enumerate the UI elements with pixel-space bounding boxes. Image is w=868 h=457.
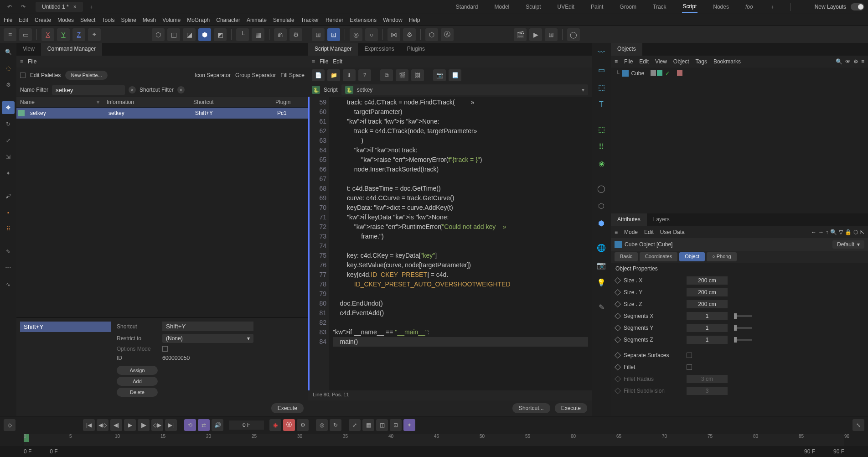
menu-help[interactable]: Help: [409, 17, 420, 23]
key-scale-icon[interactable]: ⤢: [349, 419, 361, 431]
spline-icon[interactable]: ∿: [2, 278, 15, 291]
shape-solid-icon[interactable]: ◪: [183, 28, 196, 41]
cube-iso-icon[interactable]: ⬡: [594, 199, 608, 213]
objects-object-menu[interactable]: Object: [673, 58, 689, 65]
clear-name-filter-icon[interactable]: ×: [129, 86, 136, 93]
key-diamond[interactable]: [615, 364, 621, 370]
script-edit-menu[interactable]: Edit: [333, 58, 342, 65]
undo-icon[interactable]: ↶: [4, 1, 16, 13]
shape-cube-icon[interactable]: ◫: [167, 28, 180, 41]
menu-extensions[interactable]: Extensions: [350, 17, 377, 23]
prop-slider[interactable]: [734, 315, 752, 317]
circle-dashed-icon[interactable]: ◌: [2, 62, 15, 75]
autokey-icon[interactable]: Ⓐ: [283, 419, 295, 431]
play-icon[interactable]: ▶: [124, 419, 136, 431]
key-diamond[interactable]: [615, 301, 621, 307]
script-menu-icon[interactable]: ≡: [312, 58, 315, 65]
prop-slider[interactable]: [734, 327, 752, 329]
save-script-icon[interactable]: ⬇: [343, 69, 356, 81]
key-diamond[interactable]: [615, 289, 621, 296]
attr-filter-icon[interactable]: ▽: [839, 229, 843, 235]
timeline-ruler[interactable]: 051015202530354045505560657075808590: [24, 434, 844, 447]
record-icon[interactable]: ◉: [269, 419, 281, 431]
hex-outline-icon[interactable]: ⬡: [425, 28, 438, 41]
attr-hex-icon[interactable]: ⬡: [853, 229, 858, 235]
camera-icon[interactable]: 📷: [433, 69, 446, 81]
range-in[interactable]: 0 F: [24, 448, 31, 455]
scale-tool-icon[interactable]: ⤢: [2, 134, 15, 147]
layout-tab-paint[interactable]: Paint: [590, 1, 604, 13]
range-in2[interactable]: 0 F: [50, 448, 57, 455]
prop-value[interactable]: 200 cm: [687, 288, 728, 296]
tab-layers[interactable]: Layers: [647, 213, 676, 226]
key-pos-icon[interactable]: ◎: [316, 419, 328, 431]
menu-edit[interactable]: Edit: [19, 17, 28, 23]
help-icon[interactable]: ?: [358, 69, 371, 81]
phong-tag-icon[interactable]: [677, 70, 682, 76]
prop-value[interactable]: 200 cm: [687, 300, 728, 308]
layout-tab-sculpt[interactable]: Sculpt: [525, 1, 542, 13]
hex-a-icon[interactable]: Ⓐ: [441, 28, 454, 41]
tab-script-manager[interactable]: Script Manager: [308, 43, 358, 56]
range-out2[interactable]: 90 F: [833, 448, 844, 455]
hamburger-icon[interactable]: ≡: [4, 28, 16, 41]
new-palette-button[interactable]: New Palette...: [65, 71, 107, 80]
add-button[interactable]: Add: [117, 377, 158, 386]
layout-icon[interactable]: ▭: [19, 28, 32, 41]
text-tool-icon[interactable]: T: [594, 98, 608, 111]
move-tool-icon[interactable]: ✥: [2, 101, 15, 114]
menu-mograph[interactable]: MoGraph: [187, 17, 210, 23]
next-key-icon[interactable]: ◇▶: [151, 419, 163, 431]
add-tab-icon[interactable]: ＋: [88, 3, 94, 11]
axis-z-icon[interactable]: Z: [72, 28, 85, 41]
prop-value[interactable]: 1: [687, 336, 728, 344]
node-icon[interactable]: ⬢: [594, 216, 608, 230]
clapper-small-icon[interactable]: 🎬: [396, 69, 408, 81]
menu-tools[interactable]: Tools: [102, 17, 114, 23]
camera-tool-icon[interactable]: 📷: [594, 258, 608, 272]
tree-item-cube[interactable]: └ Cube ✓: [615, 70, 863, 77]
menu-file[interactable]: File: [4, 17, 12, 23]
layout-tab-groom[interactable]: Groom: [619, 1, 637, 13]
current-frame[interactable]: 0 F: [229, 421, 264, 430]
menu-spline[interactable]: Spline: [121, 17, 136, 23]
prop-value[interactable]: 1: [687, 324, 728, 332]
col-plugin[interactable]: Plugin: [272, 97, 308, 107]
grid-icon[interactable]: ⊞: [312, 28, 325, 41]
search-icon[interactable]: 🔍: [2, 46, 15, 58]
attr-preset-select[interactable]: Default▾: [832, 240, 864, 249]
check-icon[interactable]: ✓: [665, 70, 670, 77]
layout-tab-uvedit[interactable]: UVEdit: [557, 1, 575, 13]
key-rot-icon[interactable]: ↻: [330, 419, 341, 431]
range-icon[interactable]: ⇄: [198, 419, 210, 431]
key-param-icon[interactable]: ▦: [362, 419, 374, 431]
layer-tag-icon[interactable]: [651, 70, 656, 76]
next-frame-icon[interactable]: |▶: [138, 419, 150, 431]
obj-filter-icon[interactable]: ⚙: [853, 58, 858, 65]
snap-grid-icon[interactable]: ⊡: [327, 28, 340, 41]
rect-tool-icon[interactable]: ▭: [594, 63, 608, 77]
clapper-icon[interactable]: 🎬: [514, 28, 527, 41]
prop-value[interactable]: 1: [687, 312, 728, 320]
new-script-icon[interactable]: 📄: [312, 69, 325, 81]
edit-tool-icon[interactable]: ✎: [594, 300, 608, 314]
key-diamond[interactable]: [615, 352, 621, 358]
menu-character[interactable]: Character: [216, 17, 240, 23]
menu-animate[interactable]: Animate: [247, 17, 267, 23]
attr-search-icon[interactable]: 🔍: [830, 229, 837, 235]
menu-window[interactable]: Window: [383, 17, 403, 23]
edit-palettes-checkbox[interactable]: [20, 73, 26, 78]
gear-small-icon[interactable]: ⚙: [2, 78, 15, 91]
key-diamond[interactable]: [615, 325, 621, 331]
axis-x-icon[interactable]: X: [41, 28, 54, 41]
attr-up-icon[interactable]: ↑: [826, 229, 828, 235]
key-diamond[interactable]: [615, 337, 621, 343]
symmetry-icon[interactable]: ⋈: [388, 28, 400, 41]
assign-button[interactable]: Assign: [117, 366, 158, 375]
shortcut-field[interactable]: [162, 322, 253, 331]
layout-tab-nodes[interactable]: Nodes: [712, 1, 730, 13]
spline-tool-icon[interactable]: 〰: [594, 46, 608, 59]
close-icon[interactable]: ×: [73, 4, 77, 10]
menu-simulate[interactable]: Simulate: [273, 17, 294, 23]
attr-fwd-icon[interactable]: →: [818, 229, 824, 235]
